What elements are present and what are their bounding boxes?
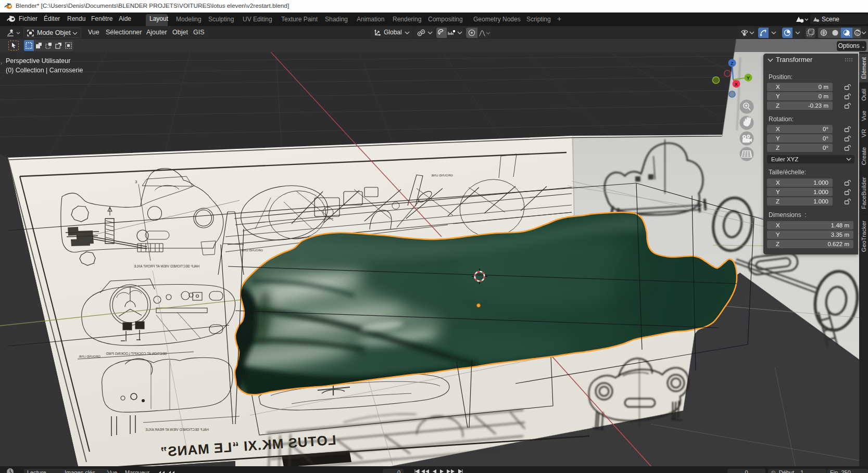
svg-text:Perspective Utilisateur: Perspective Utilisateur — [6, 57, 70, 65]
svg-text:GROUND LINE: GROUND LINE — [79, 355, 100, 358]
svg-text:›: › — [1, 60, 2, 66]
svg-text:GeoTracker: GeoTracker — [861, 221, 867, 252]
svg-text:HALF SECTIONED VIEW AT REAR AX: HALF SECTIONED VIEW AT REAR AXLE — [145, 428, 209, 431]
svg-text:3: 3 — [135, 180, 137, 184]
svg-text:Outil: Outil — [861, 88, 867, 101]
svg-text:X: X — [735, 81, 738, 87]
svg-text:SECTION AT COCKPIT LOOKING FWD: SECTION AT COCKPIT LOOKING FWD — [106, 352, 167, 355]
svg-text:Élément: Élément — [861, 57, 867, 79]
svg-text:GROUND LINE: GROUND LINE — [241, 249, 263, 252]
svg-text:Y: Y — [747, 75, 750, 81]
svg-text:Create: Create — [861, 147, 867, 165]
svg-text:FaceBuilder: FaceBuilder — [861, 177, 867, 209]
svg-text:(0) Collection | Carrosserie: (0) Collection | Carrosserie — [6, 67, 83, 74]
svg-text:GROUND LINE: GROUND LINE — [431, 174, 453, 177]
svg-text:HALF SECTIONED VIEW AT FRONT A: HALF SECTIONED VIEW AT FRONT AXLE — [133, 264, 199, 268]
svg-text:Z: Z — [731, 60, 734, 66]
svg-text:Vue: Vue — [861, 110, 867, 121]
svg-text:VR: VR — [861, 129, 867, 137]
